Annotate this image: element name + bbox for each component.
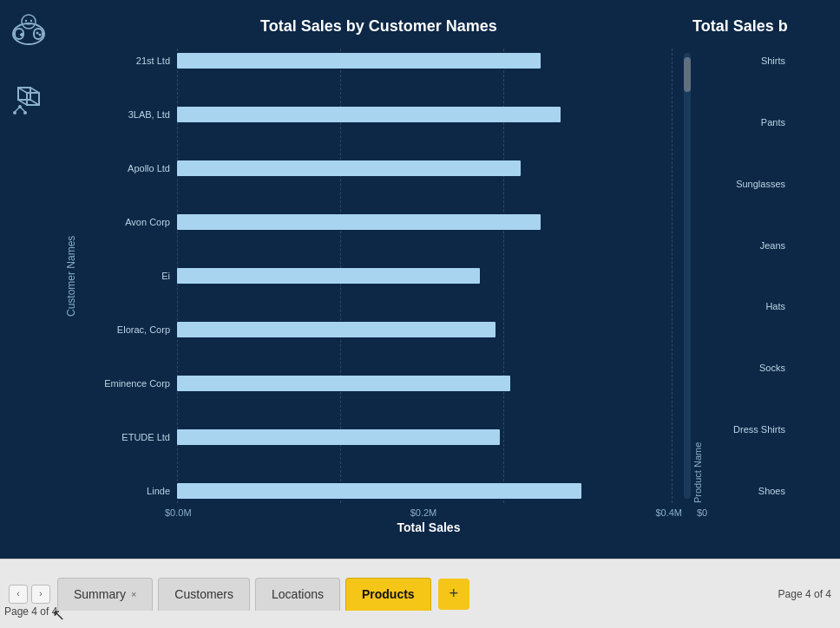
bar-fill bbox=[177, 107, 561, 122]
right-bar-row: Jeans bbox=[707, 233, 823, 258]
main-container: Total Sales by Customer Names Customer N… bbox=[0, 0, 840, 628]
svg-point-5 bbox=[36, 32, 38, 35]
tab-label-customers: Customers bbox=[174, 587, 233, 601]
x-label-2: $0.4M bbox=[655, 507, 682, 518]
bar-row: Avon Corp bbox=[82, 210, 682, 234]
tab-customers[interactable]: Customers bbox=[158, 578, 250, 611]
right-x-label: $0 bbox=[697, 507, 823, 518]
bar-fill bbox=[177, 483, 581, 499]
right-bar-label: Shoes bbox=[707, 486, 785, 496]
chart-scrollbar[interactable] bbox=[682, 49, 692, 503]
svg-point-7 bbox=[22, 15, 36, 29]
bar-label: Avon Corp bbox=[82, 217, 177, 227]
chart-left: Total Sales by Customer Names Customer N… bbox=[65, 17, 692, 541]
bar-row: Linde bbox=[82, 479, 682, 503]
right-bar-label: Socks bbox=[707, 363, 785, 373]
right-bar-row: Pants bbox=[707, 110, 823, 134]
bar-label: Apollo Ltd bbox=[82, 163, 177, 173]
bar-fill bbox=[177, 322, 495, 337]
tab-summary[interactable]: Summary× bbox=[57, 578, 153, 611]
nav-next[interactable]: › bbox=[31, 585, 50, 604]
right-bar-label: Pants bbox=[707, 117, 785, 128]
content-area: Total Sales by Customer Names Customer N… bbox=[0, 0, 840, 559]
bar-label: Elorac, Corp bbox=[82, 324, 177, 335]
chart-right-inner: Product Name ShirtsPantsSunglassesJeansH… bbox=[692, 49, 823, 503]
bar-fill bbox=[177, 53, 541, 69]
bar-label: Ei bbox=[82, 271, 177, 281]
bar-label: ETUDE Ltd bbox=[82, 432, 177, 442]
add-tab-button[interactable]: + bbox=[438, 579, 469, 610]
y-axis-label: Customer Names bbox=[65, 49, 77, 503]
svg-point-8 bbox=[24, 20, 26, 22]
x-label-0: $0.0M bbox=[165, 507, 192, 518]
chart-right: Total Sales b Product Name ShirtsPantsSu… bbox=[692, 17, 823, 541]
scrollbar-track bbox=[684, 53, 691, 499]
svg-point-20 bbox=[23, 111, 27, 114]
sidebar bbox=[0, 0, 56, 559]
bar-track bbox=[177, 160, 682, 176]
tabs-container: Summary×CustomersLocationsProducts bbox=[57, 578, 434, 611]
tab-products[interactable]: Products bbox=[345, 578, 431, 611]
right-bar-row: Shirts bbox=[707, 49, 823, 73]
nav-prev[interactable]: ‹ bbox=[9, 585, 28, 604]
svg-point-19 bbox=[13, 111, 16, 114]
bar-label: 21st Ltd bbox=[82, 56, 177, 66]
right-chart-title: Total Sales b bbox=[692, 17, 823, 36]
right-y-axis-label: Product Name bbox=[692, 49, 703, 503]
page-indicator-abs: Page 4 of 4 bbox=[4, 605, 57, 618]
tab-label-locations: Locations bbox=[272, 587, 324, 601]
bar-track bbox=[177, 429, 682, 445]
bar-row: Eminence Corp bbox=[82, 371, 682, 396]
bar-fill bbox=[177, 268, 480, 284]
x-axis-area: $0.0M $0.2M $0.4M Total Sales bbox=[165, 507, 692, 534]
tab-close-summary[interactable]: × bbox=[131, 589, 136, 599]
bar-chart-container: 21st Ltd3LAB, LtdApollo LtdAvon CorpEiEl… bbox=[82, 49, 682, 503]
right-bar-label: Jeans bbox=[707, 240, 785, 251]
bar-track bbox=[177, 376, 682, 391]
bar-fill bbox=[177, 214, 541, 230]
bar-row: Apollo Ltd bbox=[82, 156, 682, 180]
bar-fill bbox=[177, 429, 500, 445]
bar-row: Ei bbox=[82, 264, 682, 288]
svg-point-21 bbox=[18, 105, 22, 108]
scrollbar-thumb bbox=[684, 57, 691, 92]
cursor: ↖ bbox=[52, 605, 65, 625]
bar-label: 3LAB, Ltd bbox=[82, 109, 177, 120]
bar-label: Linde bbox=[82, 486, 177, 496]
x-axis-title: Total Sales bbox=[165, 520, 692, 534]
bar-label: Eminence Corp bbox=[82, 378, 177, 389]
chart-title: Total Sales by Customer Names bbox=[65, 17, 692, 36]
bar-track bbox=[177, 53, 682, 69]
nav-arrows: ‹ › bbox=[9, 585, 50, 604]
bar-row: 21st Ltd bbox=[82, 49, 682, 73]
right-bar-rows: ShirtsPantsSunglassesJeansHatsSocksDress… bbox=[707, 49, 823, 503]
bar-fill bbox=[177, 376, 510, 391]
cube-icon bbox=[7, 78, 50, 121]
svg-point-6 bbox=[38, 34, 41, 36]
right-bar-row: Shoes bbox=[707, 479, 823, 503]
bar-track bbox=[177, 214, 682, 230]
bottom-bar: ‹ › Summary×CustomersLocationsProducts +… bbox=[0, 559, 840, 628]
bar-track bbox=[177, 268, 682, 284]
bar-track bbox=[177, 107, 682, 122]
x-label-1: $0.2M bbox=[410, 507, 437, 518]
right-bar-row: Sunglasses bbox=[707, 172, 823, 196]
svg-point-9 bbox=[30, 20, 31, 22]
bar-track bbox=[177, 322, 682, 337]
right-bar-label: Hats bbox=[707, 301, 785, 311]
gamepad-icon bbox=[7, 9, 50, 52]
tab-locations[interactable]: Locations bbox=[255, 578, 340, 611]
right-bar-row: Dress Shirts bbox=[707, 417, 823, 442]
page-indicator: Page 4 of 4 bbox=[778, 588, 831, 600]
right-bar-row: Socks bbox=[707, 356, 823, 380]
bar-row: Elorac, Corp bbox=[82, 317, 682, 342]
bar-rows-container: 21st Ltd3LAB, LtdApollo LtdAvon CorpEiEl… bbox=[82, 49, 682, 503]
tab-label-products: Products bbox=[362, 587, 415, 601]
right-bar-row: Hats bbox=[707, 294, 823, 318]
chart-inner: Customer Names 21st Ltd3LAB, LtdApollo L… bbox=[65, 49, 692, 503]
x-axis-labels: $0.0M $0.2M $0.4M bbox=[165, 507, 692, 518]
right-bar-label: Shirts bbox=[707, 56, 785, 66]
bar-track bbox=[177, 483, 682, 499]
bar-row: ETUDE Ltd bbox=[82, 425, 682, 449]
tab-label-summary: Summary bbox=[74, 587, 126, 601]
